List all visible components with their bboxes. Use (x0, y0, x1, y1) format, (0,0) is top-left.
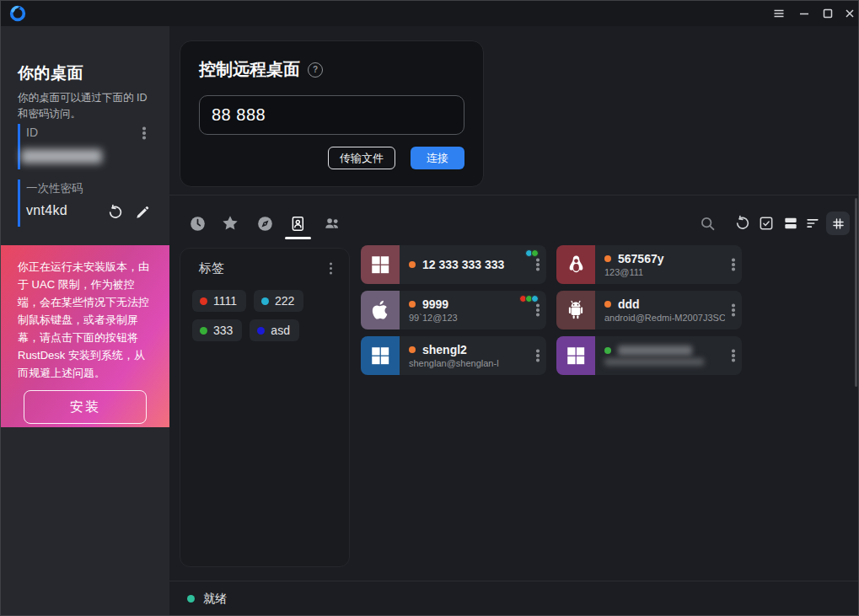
local-desktop-sidebar: 你的桌面 你的桌面可以通过下面的 ID 和密码访问。 ID 一次性密码 vnt4… (1, 26, 169, 616)
rustdesk-logo-icon (8, 4, 27, 23)
tag-label: 1111 (213, 294, 237, 308)
one-time-password-label: 一次性密码 (26, 181, 83, 196)
window-menu-icon[interactable] (766, 1, 792, 26)
peer-status-dot (409, 346, 416, 353)
tag-color-dot (261, 297, 269, 305)
refresh-icon[interactable] (733, 214, 752, 233)
scrollbar[interactable] (855, 198, 857, 387)
peer-menu-button[interactable] (725, 336, 742, 375)
tab-recent-sessions[interactable] (188, 214, 207, 233)
id-accent-bar (18, 124, 20, 169)
remote-id-input[interactable] (199, 95, 464, 135)
id-value-masked (21, 149, 102, 163)
peer-card[interactable] (556, 336, 742, 375)
peer-card[interactable]: 567567y 123@111 (556, 245, 742, 284)
search-icon[interactable] (698, 214, 717, 233)
transfer-file-button[interactable]: 传输文件 (328, 147, 395, 169)
sort-icon[interactable] (803, 214, 822, 233)
peer-name: 9999 (422, 297, 448, 311)
install-warning-panel: 你正在运行未安装版本，由于 UAC 限制，作为被控端，会在某些情况下无法控制鼠标… (1, 245, 169, 427)
windows-icon (556, 336, 595, 375)
tag-label: 222 (275, 294, 294, 308)
android-icon (556, 291, 595, 329)
tag-label: 333 (213, 324, 233, 337)
peer-menu-button[interactable] (529, 336, 546, 375)
regenerate-password-icon[interactable] (107, 204, 124, 221)
cards-view-icon[interactable] (781, 214, 800, 233)
tab-discovered[interactable] (255, 214, 274, 233)
peer-subtitle-masked (604, 358, 704, 366)
install-button[interactable]: 安装 (24, 390, 147, 424)
install-warning-text: 你正在运行未安装版本，由于 UAC 限制，作为被控端，会在某些情况下无法控制鼠标… (18, 258, 153, 382)
tag-color-dot (200, 297, 207, 305)
peer-subtitle: 99`12@123 (409, 313, 529, 323)
peer-menu-button[interactable] (725, 291, 742, 329)
one-time-password-value: vnt4kd (26, 203, 67, 218)
tag-color-dot (257, 327, 265, 335)
peer-card[interactable]: shengl2 shenglan@shenglan-l (361, 336, 546, 375)
statusbar-divider (169, 581, 859, 581)
peer-status-dot (409, 301, 416, 308)
apple-icon (361, 291, 400, 329)
peer-name: ddd (618, 297, 640, 311)
tag-label: asd (271, 324, 290, 337)
tag-color-dot (200, 327, 207, 335)
active-tab-underline (285, 237, 311, 239)
tab-group[interactable] (323, 214, 341, 233)
control-remote-desktop-panel: 控制远程桌面 ? 传输文件 连接 (180, 40, 484, 187)
peer-name: 567567y (618, 252, 664, 265)
tag-chip[interactable]: asd (250, 319, 299, 341)
sidebar-title: 你的桌面 (18, 62, 83, 84)
close-button[interactable] (837, 1, 859, 26)
peer-card[interactable]: 12 333 333 333 (361, 245, 546, 284)
peer-name-masked (618, 345, 692, 356)
windows-icon (361, 245, 400, 284)
windows-icon (361, 336, 400, 375)
peer-subtitle: shenglan@shenglan-l (409, 358, 529, 368)
rustdesk-window: 你的桌面 你的桌面可以通过下面的 ID 和密码访问。 ID 一次性密码 vnt4… (0, 0, 859, 616)
sidebar-description: 你的桌面可以通过下面的 ID 和密码访问。 (18, 90, 156, 122)
peer-menu-button[interactable] (725, 245, 742, 284)
peer-name: 12 333 333 333 (422, 258, 504, 271)
id-label: ID (26, 126, 38, 139)
edit-password-icon[interactable] (134, 204, 151, 221)
tags-panel: 标签 1111 222 333 asd (180, 248, 350, 567)
tab-address-book[interactable] (288, 214, 307, 233)
peer-subtitle: 123@111 (604, 267, 725, 277)
linux-icon (556, 245, 595, 284)
peer-status-dot (604, 301, 611, 308)
tags-title: 标签 (199, 260, 224, 276)
title-bar[interactable] (1, 1, 858, 26)
connect-button[interactable]: 连接 (411, 147, 464, 169)
tag-chip[interactable]: 333 (192, 319, 242, 341)
select-checkbox-icon[interactable] (757, 214, 776, 233)
peer-tag-dots (527, 249, 539, 257)
status-dot (187, 595, 195, 603)
connect-panel-title: 控制远程桌面 (199, 58, 300, 81)
grid-view-icon[interactable] (829, 214, 847, 233)
tag-chip[interactable]: 222 (254, 290, 303, 312)
peer-card[interactable]: ddd android@Redmi-M2007J3SC (556, 291, 742, 329)
help-icon[interactable]: ? (308, 62, 323, 78)
tag-chip[interactable]: 1111 (192, 290, 246, 312)
peer-name: shengl2 (422, 343, 467, 356)
peer-subtitle: android@Redmi-M2007J3SC (604, 313, 725, 323)
peer-card[interactable]: 9999 99`12@123 (361, 291, 546, 329)
peer-tag-dots (521, 295, 539, 303)
section-divider (169, 195, 859, 196)
tab-favorites[interactable] (221, 214, 239, 233)
tags-menu-button[interactable] (330, 267, 333, 271)
id-menu-button[interactable] (142, 131, 146, 135)
peer-status-dot (409, 261, 416, 268)
peer-status-dot (604, 255, 611, 262)
password-accent-bar (18, 179, 20, 227)
status-text: 就绪 (203, 592, 227, 607)
minimize-button[interactable] (792, 1, 817, 26)
peer-status-dot (604, 347, 611, 354)
